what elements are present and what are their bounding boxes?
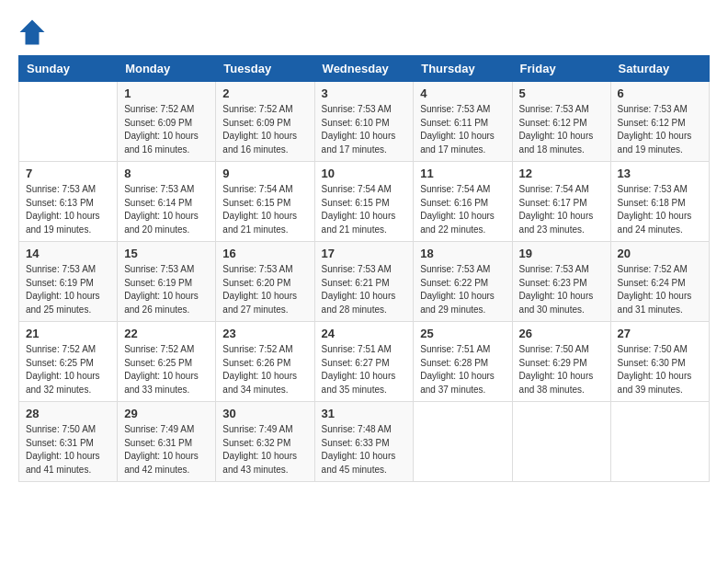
day-info: Sunrise: 7:53 AMSunset: 6:18 PMDaylight:…	[618, 183, 702, 236]
day-number: 13	[618, 167, 702, 180]
calendar-cell: 25 Sunrise: 7:51 AMSunset: 6:28 PMDaylig…	[414, 322, 512, 402]
calendar-cell: 14 Sunrise: 7:53 AMSunset: 6:19 PMDaylig…	[19, 242, 118, 322]
day-info: Sunrise: 7:52 AMSunset: 6:09 PMDaylight:…	[124, 103, 209, 156]
day-number: 3	[322, 86, 407, 100]
day-info: Sunrise: 7:49 AMSunset: 6:31 PMDaylight:…	[124, 423, 209, 477]
weekday-header-tuesday: Tuesday	[216, 56, 314, 82]
calendar-cell: 23 Sunrise: 7:52 AMSunset: 6:26 PMDaylig…	[216, 322, 314, 402]
calendar-cell: 15 Sunrise: 7:53 AMSunset: 6:19 PMDaylig…	[118, 242, 216, 322]
day-info: Sunrise: 7:53 AMSunset: 6:22 PMDaylight:…	[420, 263, 505, 316]
day-info: Sunrise: 7:54 AMSunset: 6:16 PMDaylight:…	[420, 183, 505, 236]
calendar-cell: 21 Sunrise: 7:52 AMSunset: 6:25 PMDaylig…	[19, 322, 118, 402]
day-info: Sunrise: 7:53 AMSunset: 6:10 PMDaylight:…	[322, 103, 407, 156]
calendar-cell: 4 Sunrise: 7:53 AMSunset: 6:11 PMDayligh…	[414, 82, 512, 162]
day-number: 14	[26, 247, 110, 260]
calendar-cell: 18 Sunrise: 7:53 AMSunset: 6:22 PMDaylig…	[414, 242, 512, 322]
day-number: 21	[26, 327, 110, 340]
calendar-cell: 9 Sunrise: 7:54 AMSunset: 6:15 PMDayligh…	[216, 162, 314, 242]
day-number: 2	[222, 86, 307, 100]
day-info: Sunrise: 7:53 AMSunset: 6:13 PMDaylight:…	[26, 183, 110, 236]
day-info: Sunrise: 7:50 AMSunset: 6:30 PMDaylight:…	[618, 343, 702, 396]
day-number: 9	[222, 167, 307, 180]
calendar-cell: 22 Sunrise: 7:52 AMSunset: 6:25 PMDaylig…	[118, 322, 216, 402]
calendar-cell: 16 Sunrise: 7:53 AMSunset: 6:20 PMDaylig…	[216, 242, 314, 322]
day-number: 26	[519, 327, 604, 340]
day-info: Sunrise: 7:51 AMSunset: 6:27 PMDaylight:…	[322, 343, 407, 396]
day-number: 16	[222, 247, 307, 260]
calendar-cell: 8 Sunrise: 7:53 AMSunset: 6:14 PMDayligh…	[118, 162, 216, 242]
weekday-header-monday: Monday	[118, 56, 216, 82]
day-number: 31	[322, 407, 407, 420]
weekday-header-thursday: Thursday	[414, 56, 512, 82]
calendar-cell: 7 Sunrise: 7:53 AMSunset: 6:13 PMDayligh…	[19, 162, 118, 242]
day-number: 10	[322, 167, 407, 180]
calendar-cell: 20 Sunrise: 7:52 AMSunset: 6:24 PMDaylig…	[610, 242, 709, 322]
day-number: 7	[26, 167, 110, 180]
day-info: Sunrise: 7:48 AMSunset: 6:33 PMDaylight:…	[322, 423, 407, 477]
day-info: Sunrise: 7:53 AMSunset: 6:23 PMDaylight:…	[519, 263, 604, 316]
calendar-week-row: 1 Sunrise: 7:52 AMSunset: 6:09 PMDayligh…	[19, 82, 710, 162]
day-info: Sunrise: 7:54 AMSunset: 6:15 PMDaylight:…	[222, 183, 307, 236]
weekday-header-friday: Friday	[512, 56, 610, 82]
day-info: Sunrise: 7:54 AMSunset: 6:15 PMDaylight:…	[322, 183, 407, 236]
day-info: Sunrise: 7:51 AMSunset: 6:28 PMDaylight:…	[420, 343, 505, 396]
calendar-cell	[512, 402, 610, 482]
day-info: Sunrise: 7:53 AMSunset: 6:11 PMDaylight:…	[420, 103, 505, 156]
day-info: Sunrise: 7:53 AMSunset: 6:12 PMDaylight:…	[519, 103, 604, 156]
calendar-cell	[19, 82, 118, 162]
calendar-cell: 30 Sunrise: 7:49 AMSunset: 6:32 PMDaylig…	[216, 402, 314, 482]
calendar-cell: 6 Sunrise: 7:53 AMSunset: 6:12 PMDayligh…	[610, 82, 709, 162]
svg-marker-0	[20, 20, 45, 45]
calendar-cell: 10 Sunrise: 7:54 AMSunset: 6:15 PMDaylig…	[314, 162, 414, 242]
calendar-week-row: 14 Sunrise: 7:53 AMSunset: 6:19 PMDaylig…	[19, 242, 710, 322]
day-info: Sunrise: 7:52 AMSunset: 6:24 PMDaylight:…	[618, 263, 702, 316]
calendar-cell: 29 Sunrise: 7:49 AMSunset: 6:31 PMDaylig…	[118, 402, 216, 482]
calendar-cell: 2 Sunrise: 7:52 AMSunset: 6:09 PMDayligh…	[216, 82, 314, 162]
day-number: 18	[420, 247, 505, 260]
weekday-header-sunday: Sunday	[19, 56, 118, 82]
calendar-cell: 11 Sunrise: 7:54 AMSunset: 6:16 PMDaylig…	[414, 162, 512, 242]
day-number: 8	[124, 167, 209, 180]
logo	[18, 18, 50, 46]
day-info: Sunrise: 7:53 AMSunset: 6:19 PMDaylight:…	[26, 263, 110, 316]
day-number: 24	[322, 327, 407, 340]
day-number: 5	[519, 86, 604, 100]
calendar-cell	[414, 402, 512, 482]
day-info: Sunrise: 7:53 AMSunset: 6:21 PMDaylight:…	[322, 263, 407, 316]
day-info: Sunrise: 7:52 AMSunset: 6:25 PMDaylight:…	[26, 343, 110, 396]
calendar-cell	[610, 402, 709, 482]
day-number: 17	[322, 247, 407, 260]
calendar-table: SundayMondayTuesdayWednesdayThursdayFrid…	[18, 55, 710, 482]
weekday-header-row: SundayMondayTuesdayWednesdayThursdayFrid…	[19, 56, 710, 82]
day-info: Sunrise: 7:49 AMSunset: 6:32 PMDaylight:…	[222, 423, 307, 477]
day-info: Sunrise: 7:53 AMSunset: 6:20 PMDaylight:…	[222, 263, 307, 316]
day-number: 30	[222, 407, 307, 420]
day-number: 4	[420, 86, 505, 100]
day-number: 6	[618, 86, 702, 100]
day-info: Sunrise: 7:52 AMSunset: 6:26 PMDaylight:…	[222, 343, 307, 396]
calendar-cell: 19 Sunrise: 7:53 AMSunset: 6:23 PMDaylig…	[512, 242, 610, 322]
day-number: 22	[124, 327, 209, 340]
calendar-cell: 27 Sunrise: 7:50 AMSunset: 6:30 PMDaylig…	[610, 322, 709, 402]
day-info: Sunrise: 7:54 AMSunset: 6:17 PMDaylight:…	[519, 183, 604, 236]
calendar-cell: 31 Sunrise: 7:48 AMSunset: 6:33 PMDaylig…	[314, 402, 414, 482]
calendar-cell: 26 Sunrise: 7:50 AMSunset: 6:29 PMDaylig…	[512, 322, 610, 402]
page-header	[18, 18, 710, 46]
calendar-cell: 13 Sunrise: 7:53 AMSunset: 6:18 PMDaylig…	[610, 162, 709, 242]
weekday-header-wednesday: Wednesday	[314, 56, 414, 82]
day-number: 15	[124, 247, 209, 260]
calendar-cell: 3 Sunrise: 7:53 AMSunset: 6:10 PMDayligh…	[314, 82, 414, 162]
day-info: Sunrise: 7:52 AMSunset: 6:09 PMDaylight:…	[222, 103, 307, 156]
weekday-header-saturday: Saturday	[610, 56, 709, 82]
calendar-cell: 28 Sunrise: 7:50 AMSunset: 6:31 PMDaylig…	[19, 402, 118, 482]
day-number: 19	[519, 247, 604, 260]
day-number: 28	[26, 407, 110, 420]
day-info: Sunrise: 7:53 AMSunset: 6:14 PMDaylight:…	[124, 183, 209, 236]
day-info: Sunrise: 7:53 AMSunset: 6:12 PMDaylight:…	[618, 103, 702, 156]
day-info: Sunrise: 7:52 AMSunset: 6:25 PMDaylight:…	[124, 343, 209, 396]
day-number: 12	[519, 167, 604, 180]
calendar-week-row: 21 Sunrise: 7:52 AMSunset: 6:25 PMDaylig…	[19, 322, 710, 402]
day-number: 11	[420, 167, 505, 180]
calendar-cell: 12 Sunrise: 7:54 AMSunset: 6:17 PMDaylig…	[512, 162, 610, 242]
calendar-week-row: 28 Sunrise: 7:50 AMSunset: 6:31 PMDaylig…	[19, 402, 710, 482]
